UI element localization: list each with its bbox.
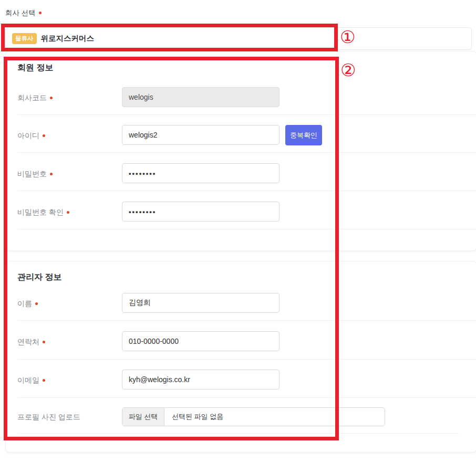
name-input[interactable] xyxy=(122,293,280,313)
required-dot xyxy=(67,211,69,214)
company-code-input[interactable] xyxy=(122,87,280,107)
phone-input[interactable] xyxy=(122,331,280,351)
password-label: 비밀번호 xyxy=(17,170,53,179)
row-divider xyxy=(17,397,476,398)
row-divider xyxy=(17,433,459,434)
email-input[interactable] xyxy=(122,370,280,390)
member-registration-page: 회사 선택 물류사 위로지스커머스 회원 정보 회사코드 아이디 중복확인 비밀… xyxy=(0,0,476,463)
required-dot xyxy=(50,97,53,99)
duplicate-check-button[interactable]: 중복확인 xyxy=(285,125,322,145)
company-type-badge: 물류사 xyxy=(12,33,37,44)
required-dot xyxy=(39,12,42,14)
row-divider xyxy=(17,320,476,321)
company-select-item[interactable]: 물류사 위로지스커머스 xyxy=(5,27,472,50)
file-select-button[interactable]: 파일 선택 xyxy=(122,408,164,426)
admin-info-title: 관리자 정보 xyxy=(17,272,61,283)
user-id-input[interactable] xyxy=(122,125,280,145)
name-label: 이름 xyxy=(17,299,38,309)
phone-label: 연락처 xyxy=(17,338,45,347)
company-name: 위로지스커머스 xyxy=(41,34,95,44)
required-dot xyxy=(43,134,45,137)
profile-photo-file-input[interactable]: 파일 선택 선택된 파일 없음 xyxy=(122,407,385,426)
required-dot xyxy=(50,173,53,175)
row-divider xyxy=(17,229,476,229)
user-id-label: 아이디 xyxy=(17,131,45,141)
password-confirm-input[interactable] xyxy=(122,202,280,222)
row-divider xyxy=(17,152,476,153)
member-info-title: 회원 정보 xyxy=(17,62,53,73)
required-dot xyxy=(43,341,45,343)
company-select-label: 회사 선택 xyxy=(5,8,42,18)
company-select-label-text: 회사 선택 xyxy=(5,9,36,17)
required-dot xyxy=(43,379,45,382)
row-divider xyxy=(17,359,476,360)
password-confirm-label: 비밀번호 확인 xyxy=(17,208,69,217)
row-divider xyxy=(17,191,476,191)
row-divider xyxy=(17,114,476,115)
file-status-text: 선택된 파일 없음 xyxy=(164,408,223,426)
profile-upload-label: 프로필 사진 업로드 xyxy=(17,413,80,422)
company-code-label: 회사코드 xyxy=(17,93,53,103)
email-label: 이메일 xyxy=(17,376,45,385)
required-dot xyxy=(35,302,38,305)
password-input[interactable] xyxy=(122,163,280,183)
